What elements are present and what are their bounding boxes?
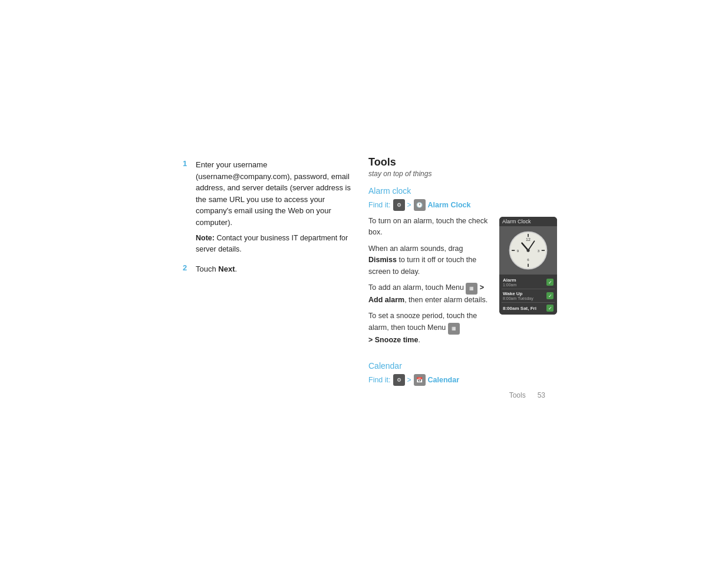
svg-text:9: 9 [517,249,519,253]
clock-svg: 12 6 3 9 [508,230,549,271]
step-2-body: Touch Next. [196,263,237,275]
menu-icon-1: ⚙ [393,199,405,211]
footer-page-number: 53 [538,391,545,399]
calendar-icon: 📅 [414,374,426,386]
alarm-dismiss-bold: Dismiss [368,256,397,264]
phone-alarms: Alarm 1:00am ✓ Wake Up 8:00am Tuesday ✓ [499,275,557,315]
alarm-para2-start: When an alarm sounds, drag [368,244,463,253]
alarm-snooze-bold: > Snooze time [368,336,418,344]
alarm-find-it-line: Find it: ⚙ > 🕐 Alarm Clock [368,199,557,211]
calendar-bold-label: Calendar [428,376,460,384]
right-column: Tools stay on top of things Alarm clock … [368,156,557,391]
alarm-text-col: To turn on an alarm, touch the check box… [368,216,491,351]
phone-screenshot: Alarm Clock 12 6 3 [499,217,557,315]
alarm-info-1: Alarm 1:00am [503,277,516,287]
step-1-text: Enter your username (username@company.co… [196,160,351,227]
step-2-text: Touch [196,265,218,273]
alarm-row-3: 8:00am Sat, Fri ✓ [502,303,555,313]
alarm-time-2: Wake Up [503,291,533,296]
alarm-para4-end: . [418,336,420,344]
alarm-para3: To add an alarm, touch Menu ▦ > Add alar… [368,282,491,306]
step-2-number: 2 [183,263,191,275]
section-title: Tools [368,156,557,168]
alarm-checkbox-2: ✓ [546,292,554,299]
alarm-clock-icon: 🕐 [414,199,426,211]
footer-section-name: Tools [509,391,526,399]
alarm-row-2: Wake Up 8:00am Tuesday ✓ [502,289,555,303]
page-container: 1 Enter your username (username@company.… [0,0,728,562]
menu-icon-2: ▦ [466,283,477,295]
alarm-row-1: Alarm 1:00am ✓ [502,276,555,289]
alarm-para1: To turn on an alarm, touch the check box… [368,216,491,239]
menu-icon-4: ⚙ [393,374,405,386]
step-1-number: 1 [183,159,191,255]
phone-title-bar: Alarm Clock [499,217,557,226]
alarm-checkbox-1: ✓ [546,279,554,286]
alarm-para3-end: , then enter alarm details. [404,296,487,304]
step-2: 2 Touch Next. [183,263,354,275]
alarm-clock-heading: Alarm clock [368,186,557,196]
svg-point-11 [526,249,529,252]
step-2-end: . [235,265,238,273]
svg-text:3: 3 [538,249,540,253]
calendar-find-it-line: Find it: ⚙ > 📅 Calendar [368,374,557,386]
phone-clock-area: 12 6 3 9 [499,226,557,275]
alarm-para2: When an alarm sounds, drag Dismiss to tu… [368,243,491,277]
alarm-info-2: Wake Up 8:00am Tuesday [503,291,533,300]
calendar-heading: Calendar [368,361,557,371]
arrow-1: > [407,201,411,209]
alarm-desc-2: 8:00am Tuesday [503,296,533,300]
step-2-bold: Next [218,265,235,273]
alarm-clock-bold-label: Alarm Clock [428,201,471,209]
footer: Tools 53 [509,391,545,399]
svg-text:12: 12 [526,237,531,242]
menu-icon-3: ▦ [448,323,460,335]
alarm-time-1: Alarm [503,277,516,283]
alarm-desc-1: 1:00am [503,283,516,287]
alarm-find-label: Find it: [368,201,391,209]
note-block: Note: Contact your business IT departmen… [196,233,354,255]
alarm-checkbox-3: ✓ [546,305,554,312]
alarm-info-3: 8:00am Sat, Fri [503,306,536,311]
calendar-find-label: Find it: [368,376,391,384]
note-text: Contact your business IT department for … [196,234,348,253]
step-1-body: Enter your username (username@company.co… [196,159,354,255]
alarm-para4: To set a snooze period, touch the alarm,… [368,310,491,346]
svg-text:6: 6 [527,257,529,262]
note-label: Note: [196,234,215,242]
alarm-para3-start: To add an alarm, touch Menu [368,283,466,292]
step-1: 1 Enter your username (username@company.… [183,159,354,255]
section-subtitle: stay on top of things [368,170,557,178]
alarm-clock-area: To turn on an alarm, touch the check box… [368,216,557,351]
alarm-para4-start: To set a snooze period, touch the alarm,… [368,312,477,331]
left-column: 1 Enter your username (username@company.… [183,159,354,283]
arrow-2: > [407,376,411,384]
phone-title-text: Alarm Clock [502,219,531,224]
alarm-time-3: 8:00am Sat, Fri [503,306,536,311]
calendar-section: Calendar Find it: ⚙ > 📅 Calendar [368,361,557,386]
